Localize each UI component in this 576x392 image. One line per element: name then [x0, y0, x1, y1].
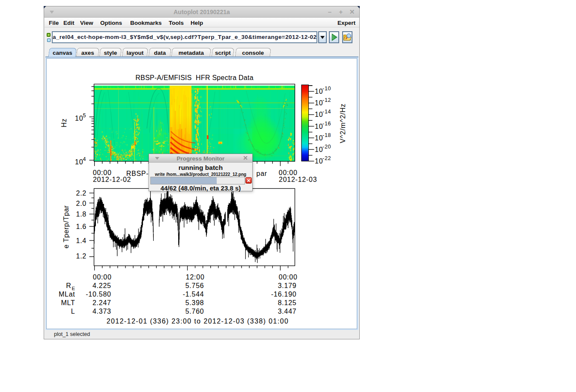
svg-text:2.0: 2.0	[76, 200, 87, 207]
svg-text:-14: -14	[322, 109, 331, 115]
svg-text:00:00: 00:00	[279, 273, 298, 281]
svg-text:V^2/m^2/Hz: V^2/m^2/Hz	[339, 104, 346, 143]
svg-text:10: 10	[315, 157, 323, 165]
svg-text:2.247: 2.247	[93, 299, 111, 306]
svg-text:5.760: 5.760	[185, 308, 204, 315]
svg-text:RBSP-A/EMFISIS HFR Spectra Da: RBSP-A/EMFISIS HFR Spectra Data	[135, 74, 254, 81]
svg-text:5: 5	[83, 113, 87, 119]
svg-text:00:00: 00:00	[93, 169, 112, 176]
svg-text:3.447: 3.447	[278, 308, 297, 315]
svg-text:1.2: 1.2	[76, 252, 87, 260]
svg-text:2012-12-03: 2012-12-03	[279, 176, 317, 183]
svg-text:10: 10	[315, 134, 323, 142]
svg-text:-1.544: -1.544	[183, 291, 204, 298]
svg-text:10: 10	[75, 158, 83, 166]
svg-text:10: 10	[315, 123, 323, 130]
svg-text:12:00: 12:00	[186, 273, 205, 281]
svg-text:2.2: 2.2	[76, 190, 87, 197]
svg-text:1.8: 1.8	[76, 211, 87, 218]
svg-text:MLat: MLat	[59, 291, 75, 298]
svg-text:-16: -16	[322, 121, 331, 127]
svg-text:2012-12-01 (336) 23:00 to 2012: 2012-12-01 (336) 23:00 to 2012-12-03 (33…	[107, 318, 289, 325]
svg-text:10: 10	[315, 88, 323, 95]
svg-text:00:00: 00:00	[279, 169, 298, 176]
svg-text:10: 10	[75, 115, 83, 122]
svg-text:5.398: 5.398	[185, 299, 204, 306]
svg-text:Hz: Hz	[60, 118, 68, 127]
svg-text:5.756: 5.756	[185, 282, 204, 289]
svg-text:4.373: 4.373	[93, 308, 111, 315]
svg-text:-22: -22	[322, 155, 331, 161]
svg-text:1.6: 1.6	[76, 223, 87, 230]
svg-text:00:00: 00:00	[93, 273, 112, 281]
svg-text:-16.190: -16.190	[271, 291, 297, 298]
svg-text:MLT: MLT	[61, 299, 75, 306]
svg-text:2012-12-02: 2012-12-02	[93, 176, 131, 183]
svg-text:-10: -10	[322, 86, 331, 92]
svg-text:-12: -12	[322, 97, 331, 103]
svg-text:3.179: 3.179	[278, 282, 297, 289]
svg-text:R: R	[66, 282, 71, 289]
svg-text:-20: -20	[322, 144, 331, 150]
svg-text:10: 10	[315, 111, 323, 118]
svg-text:-18: -18	[322, 132, 331, 138]
svg-text:4: 4	[83, 156, 87, 162]
svg-text:par: par	[257, 170, 267, 177]
svg-text:8.125: 8.125	[278, 299, 297, 306]
svg-text:4.225: 4.225	[93, 282, 111, 289]
svg-text:1.4: 1.4	[76, 237, 87, 244]
svg-text:-10.580: -10.580	[86, 291, 111, 298]
svg-text:e Tperp/Tpar: e Tperp/Tpar	[63, 205, 70, 248]
svg-text:L: L	[71, 308, 75, 315]
svg-text:10: 10	[315, 99, 323, 107]
svg-text:10: 10	[315, 146, 323, 153]
